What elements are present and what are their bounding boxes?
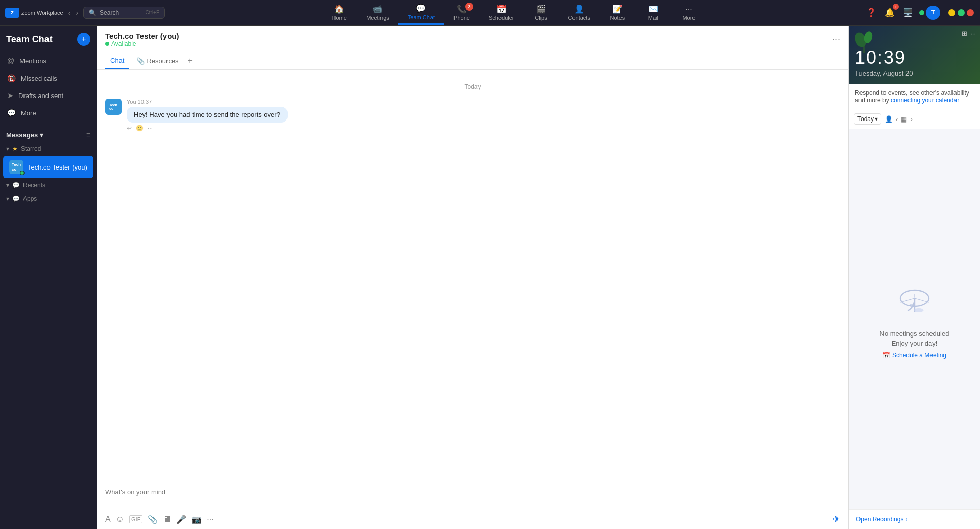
nav-forward[interactable]: › xyxy=(74,8,80,18)
help-icon[interactable]: ❓ xyxy=(864,6,878,19)
tab-team-chat-label: Team Chat xyxy=(408,14,435,20)
schedule-calendar-icon: 📅 xyxy=(882,352,890,359)
maximize-button[interactable] xyxy=(958,9,965,16)
zoom-logo-text: zoom Workplace xyxy=(21,10,63,16)
chat-user-info: Tech.co Tester (you) Available xyxy=(105,32,179,47)
messages-title[interactable]: Messages ▾ xyxy=(6,131,43,139)
tab-clips-label: Clips xyxy=(535,15,547,21)
new-chat-button[interactable]: + xyxy=(77,33,90,46)
open-recordings-label: Open Recordings xyxy=(856,516,903,523)
tester-name: Tech.co Tester (you) xyxy=(28,163,87,171)
tab-notes-label: Notes xyxy=(610,15,625,21)
messages-chevron-icon: ▾ xyxy=(40,131,43,139)
tab-meetings[interactable]: 📹 Meetings xyxy=(357,1,398,24)
chat-user-name: Tech.co Tester (you) xyxy=(105,32,179,40)
video-icon[interactable]: 📷 xyxy=(192,515,202,524)
zoom-logo: Z zoom Workplace xyxy=(5,8,63,18)
phone-badge: 3 xyxy=(465,3,473,11)
apps-icon: 💬 xyxy=(12,195,20,202)
message-meta: You 10:37 xyxy=(127,99,288,105)
toolbar-more-icon[interactable]: ··· xyxy=(207,515,213,524)
sidebar-item-mentions[interactable]: @ Mentions xyxy=(0,52,97,69)
no-meetings-text: No meetings scheduled Enjoy your day! xyxy=(880,329,949,349)
calendar-view-icon[interactable]: ▦ xyxy=(901,115,907,123)
chat-more-button[interactable]: ··· xyxy=(832,34,840,45)
attach-icon[interactable]: 📎 xyxy=(148,515,158,524)
screen-share-icon[interactable]: 🖥 xyxy=(163,515,171,524)
send-button[interactable]: ✈ xyxy=(832,514,840,525)
plus-icon: + xyxy=(81,35,86,44)
open-recordings-button[interactable]: Open Recordings › xyxy=(849,509,980,529)
format-icon[interactable]: A xyxy=(105,515,111,524)
emoji-icon[interactable]: ☺ xyxy=(116,515,124,524)
search-icon: 🔍 xyxy=(89,9,97,16)
main-layout: Team Chat + @ Mentions 📵 Missed calls ➤ … xyxy=(0,26,980,529)
chevron-left-icon[interactable]: ‹ xyxy=(896,115,898,123)
recents-section-header[interactable]: ▾ 💬 Recents xyxy=(0,179,97,192)
message-bubble: Hey! Have you had time to send the repor… xyxy=(127,107,288,123)
add-tab-button[interactable]: + xyxy=(186,52,195,69)
tab-notes[interactable]: 📝 Notes xyxy=(600,1,635,24)
close-button[interactable] xyxy=(967,9,974,16)
chat-item-tester[interactable]: Techco Tech.co Tester (you) xyxy=(3,156,93,178)
date-divider: Today xyxy=(105,83,840,90)
tab-phone[interactable]: 📞 Phone 3 xyxy=(444,1,480,24)
tab-chat[interactable]: Chat xyxy=(105,53,129,69)
nav-back[interactable]: ‹ xyxy=(66,8,73,18)
drafts-sent-icon: ➤ xyxy=(7,91,13,100)
tab-more[interactable]: ··· More xyxy=(671,2,707,24)
tab-team-chat[interactable]: 💬 Team Chat xyxy=(398,1,444,25)
user-avatar[interactable]: T xyxy=(926,6,940,20)
mail-icon: ✉️ xyxy=(648,4,658,14)
nav-arrows: ‹ › xyxy=(66,8,80,18)
calendar-header: ⊞ ··· 10:39 Tuesday, August 20 xyxy=(849,26,980,84)
chat-input[interactable] xyxy=(105,488,840,509)
message-avatar-text: Techco xyxy=(109,103,117,110)
resources-icon: 📎 xyxy=(136,57,145,65)
status-area: T xyxy=(919,6,940,20)
chat-tab-label: Chat xyxy=(110,57,124,64)
notification-icon[interactable]: 🔔1 xyxy=(882,6,897,19)
sidebar-item-more[interactable]: 💬 More xyxy=(0,104,97,122)
starred-section-header[interactable]: ▾ ★ Starred xyxy=(0,142,97,155)
schedule-meeting-link[interactable]: 📅 Schedule a Meeting xyxy=(882,352,946,359)
reply-button[interactable]: ↩ xyxy=(127,125,132,132)
calendar-more-icon[interactable]: ··· xyxy=(970,30,976,37)
sidebar-item-drafts-sent[interactable]: ➤ Drafts and sent xyxy=(0,87,97,104)
microphone-icon[interactable]: 🎤 xyxy=(176,515,186,524)
sidebar-title: Team Chat xyxy=(6,34,53,45)
clock-date: Tuesday, August 20 xyxy=(855,69,974,77)
calendar-grid-icon[interactable]: ⊞ xyxy=(962,30,967,37)
connect-calendar-link[interactable]: connecting your calendar xyxy=(891,97,959,104)
search-bar[interactable]: 🔍 Search Ctrl+F xyxy=(83,7,165,19)
apps-section-header[interactable]: ▾ 💬 Apps xyxy=(0,192,97,205)
person-icon[interactable]: 👤 xyxy=(885,115,893,123)
screen-icon[interactable]: 🖥️ xyxy=(901,6,915,19)
gif-icon[interactable]: GIF xyxy=(129,515,142,523)
apps-label: Apps xyxy=(23,195,37,202)
left-sidebar: Team Chat + @ Mentions 📵 Missed calls ➤ … xyxy=(0,26,97,529)
minimize-button[interactable] xyxy=(948,9,955,16)
chat-messages: Today Techco You 10:37 Hey! Have you had… xyxy=(97,70,848,482)
tab-mail[interactable]: ✉️ Mail xyxy=(635,1,671,24)
chevron-right-icon[interactable]: › xyxy=(910,115,912,123)
tab-clips[interactable]: 🎬 Clips xyxy=(523,1,559,24)
emoji-react-button[interactable]: 🙂 xyxy=(136,125,144,132)
status-text: Available xyxy=(111,40,136,47)
today-button[interactable]: Today ▾ xyxy=(854,113,881,125)
message-more-button[interactable]: ··· xyxy=(148,125,153,132)
top-nav-tabs: 🏠 Home 📹 Meetings 💬 Team Chat 📞 Phone 3 … xyxy=(170,1,858,25)
tab-home[interactable]: 🏠 Home xyxy=(321,1,357,24)
sidebar-item-missed-calls[interactable]: 📵 Missed calls xyxy=(0,69,97,87)
tab-contacts[interactable]: 👤 Contacts xyxy=(559,1,600,24)
right-panel: ⊞ ··· 10:39 Tuesday, August 20 Respond t… xyxy=(848,26,980,529)
status-dot xyxy=(105,42,109,46)
sidebar-menu: @ Mentions 📵 Missed calls ➤ Drafts and s… xyxy=(0,50,97,124)
recents-label: Recents xyxy=(23,182,45,189)
tab-resources[interactable]: 📎 Resources xyxy=(131,53,183,69)
tab-scheduler[interactable]: 📅 Scheduler xyxy=(480,1,523,24)
search-shortcut: Ctrl+F xyxy=(146,10,160,15)
search-label: Search xyxy=(100,9,119,16)
filter-icon[interactable]: ≡ xyxy=(86,131,90,139)
starred-star-icon: ★ xyxy=(12,145,18,152)
